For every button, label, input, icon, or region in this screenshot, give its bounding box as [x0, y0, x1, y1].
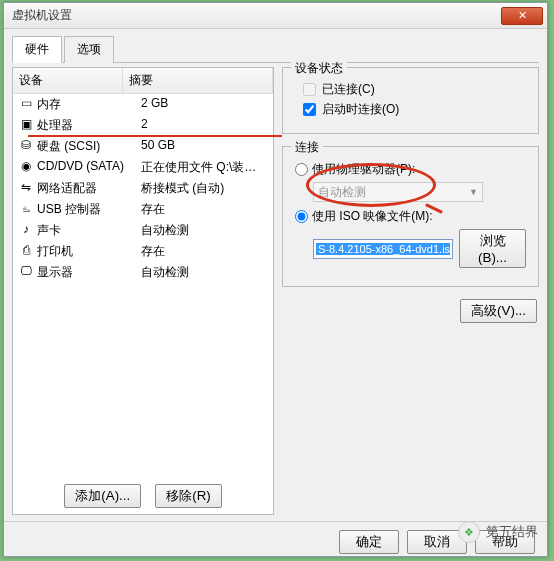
advanced-row: 高级(V)... [282, 299, 537, 323]
sound-icon: ♪ [19, 222, 33, 236]
device-name: 硬盘 (SCSI) [37, 138, 141, 155]
iso-row[interactable]: 使用 ISO 映像文件(M): [295, 208, 526, 225]
device-row[interactable]: ▭内存2 GB [13, 94, 273, 115]
device-row[interactable]: ⛁硬盘 (SCSI)50 GB [13, 136, 273, 157]
tabs-container: 硬件 选项 [4, 29, 547, 63]
poweron-row[interactable]: 启动时连接(O) [303, 101, 526, 118]
header-device: 设备 [13, 68, 123, 93]
device-row[interactable]: ◉CD/DVD (SATA)正在使用文件 Q:\装机系统\Linu... [13, 157, 273, 178]
status-group-title: 设备状态 [291, 60, 347, 77]
device-row[interactable]: ⎙打印机存在 [13, 241, 273, 262]
device-row[interactable]: ▣处理器2 [13, 115, 273, 136]
device-summary: 自动检测 [141, 222, 267, 239]
window-title: 虚拟机设置 [12, 7, 501, 24]
physical-select: 自动检测 ▼ [313, 182, 483, 202]
auto-detect-text: 自动检测 [318, 184, 366, 201]
printer-icon: ⎙ [19, 243, 33, 257]
device-name: CD/DVD (SATA) [37, 159, 141, 176]
usb-icon: ⎁ [19, 201, 33, 215]
poweron-checkbox[interactable] [303, 103, 316, 116]
remove-button[interactable]: 移除(R) [155, 484, 222, 508]
device-summary: 存在 [141, 201, 267, 218]
iso-radio[interactable] [295, 210, 308, 223]
device-name: 网络适配器 [37, 180, 141, 197]
ok-button[interactable]: 确定 [339, 530, 399, 554]
device-name: USB 控制器 [37, 201, 141, 218]
device-row[interactable]: 🖵显示器自动检测 [13, 262, 273, 283]
physical-drive-row[interactable]: 使用物理驱动器(P): [295, 161, 526, 178]
iso-input[interactable]: S-8.4.2105-x86_64-dvd1.iso [313, 239, 453, 259]
connected-row[interactable]: 已连接(C) [303, 81, 526, 98]
iso-label: 使用 ISO 映像文件(M): [312, 208, 433, 225]
physical-radio[interactable] [295, 163, 308, 176]
physical-sub: 自动检测 ▼ [313, 182, 526, 202]
device-status-group: 设备状态 已连接(C) 启动时连接(O) [282, 67, 539, 134]
titlebar: 虚拟机设置 ✕ [4, 3, 547, 29]
device-name: 处理器 [37, 117, 141, 134]
close-icon: ✕ [518, 9, 527, 22]
tab-hardware[interactable]: 硬件 [12, 36, 62, 63]
close-button[interactable]: ✕ [501, 7, 543, 25]
device-name: 声卡 [37, 222, 141, 239]
right-panel: 设备状态 已连接(C) 启动时连接(O) 连接 使用物理驱动器(P): [282, 67, 539, 515]
tab-options[interactable]: 选项 [64, 36, 114, 63]
device-summary: 2 [141, 117, 267, 134]
advanced-button[interactable]: 高级(V)... [460, 299, 537, 323]
device-name: 显示器 [37, 264, 141, 281]
chevron-down-icon: ▼ [469, 187, 478, 197]
memory-icon: ▭ [19, 96, 33, 110]
device-row[interactable]: ⇋网络适配器桥接模式 (自动) [13, 178, 273, 199]
device-summary: 自动检测 [141, 264, 267, 281]
poweron-label: 启动时连接(O) [322, 101, 399, 118]
device-summary: 2 GB [141, 96, 267, 113]
add-button[interactable]: 添加(A)... [64, 484, 141, 508]
footer-buttons: 确定 取消 帮助 [4, 521, 547, 561]
display-icon: 🖵 [19, 264, 33, 278]
device-summary: 50 GB [141, 138, 267, 155]
connection-group: 连接 使用物理驱动器(P): 自动检测 ▼ 使用 ISO 映像文件(M): [282, 146, 539, 287]
list-header: 设备 摘要 [13, 68, 273, 94]
header-summary: 摘要 [123, 68, 273, 93]
device-summary: 存在 [141, 243, 267, 260]
iso-sub: S-8.4.2105-x86_64-dvd1.iso 浏览(B)... [313, 229, 526, 268]
cpu-icon: ▣ [19, 117, 33, 131]
disk-icon: ⛁ [19, 138, 33, 152]
iso-filename: S-8.4.2105-x86_64-dvd1.iso [316, 243, 450, 255]
content: 设备 摘要 ▭内存2 GB▣处理器2⛁硬盘 (SCSI)50 GB◉CD/DVD… [4, 63, 547, 521]
device-row[interactable]: ⎁USB 控制器存在 [13, 199, 273, 220]
device-summary: 正在使用文件 Q:\装机系统\Linu... [141, 159, 267, 176]
browse-button[interactable]: 浏览(B)... [459, 229, 526, 268]
connected-checkbox[interactable] [303, 83, 316, 96]
settings-window: 虚拟机设置 ✕ 硬件 选项 设备 摘要 ▭内存2 GB▣处理器2⛁硬盘 (SCS… [3, 2, 548, 557]
device-list-panel: 设备 摘要 ▭内存2 GB▣处理器2⛁硬盘 (SCSI)50 GB◉CD/DVD… [12, 67, 274, 515]
cancel-button[interactable]: 取消 [407, 530, 467, 554]
list-body: ▭内存2 GB▣处理器2⛁硬盘 (SCSI)50 GB◉CD/DVD (SATA… [13, 94, 273, 478]
device-name: 打印机 [37, 243, 141, 260]
connection-group-title: 连接 [291, 139, 323, 156]
list-buttons: 添加(A)... 移除(R) [13, 478, 273, 514]
cd-icon: ◉ [19, 159, 33, 173]
help-button[interactable]: 帮助 [475, 530, 535, 554]
device-name: 内存 [37, 96, 141, 113]
connected-label: 已连接(C) [322, 81, 375, 98]
network-icon: ⇋ [19, 180, 33, 194]
tabs: 硬件 选项 [12, 35, 539, 63]
physical-label: 使用物理驱动器(P): [312, 161, 415, 178]
device-summary: 桥接模式 (自动) [141, 180, 267, 197]
device-row[interactable]: ♪声卡自动检测 [13, 220, 273, 241]
